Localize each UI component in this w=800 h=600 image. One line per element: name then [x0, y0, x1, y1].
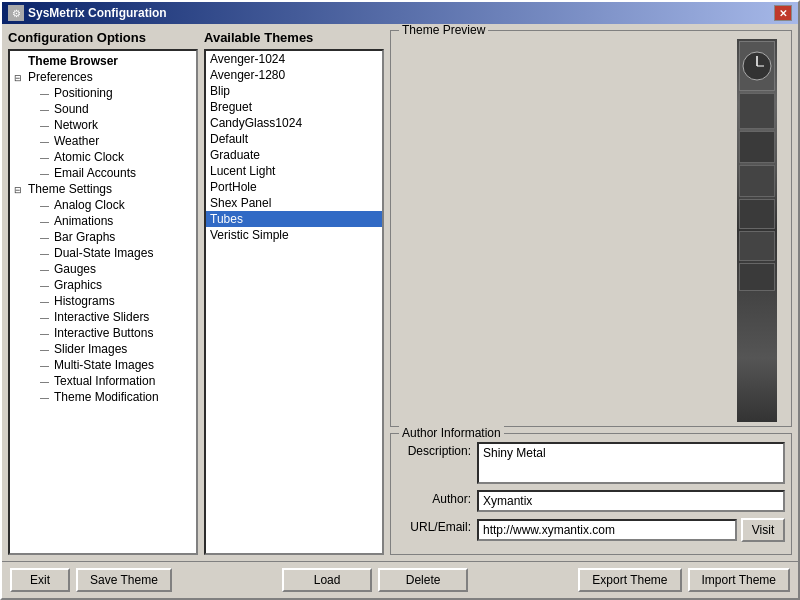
load-button[interactable]: Load — [282, 568, 372, 592]
preview-widget-clock — [739, 41, 775, 91]
description-input[interactable]: Shiny Metal — [477, 442, 785, 484]
right-panel: Theme Preview — [390, 30, 792, 555]
visit-button[interactable]: Visit — [741, 518, 785, 542]
tree-item[interactable]: —Dual-State Images — [12, 245, 194, 261]
author-row: Author: — [397, 490, 785, 512]
url-row: URL/Email: Visit — [397, 518, 785, 542]
theme-list-item[interactable]: Blip — [206, 83, 382, 99]
theme-list-item[interactable]: Avenger-1024 — [206, 51, 382, 67]
export-theme-button[interactable]: Export Theme — [578, 568, 681, 592]
author-group: Author Information Description: Shiny Me… — [390, 433, 792, 555]
preview-widget-3 — [739, 165, 775, 197]
title-bar: ⚙ SysMetrix Configuration ✕ — [2, 2, 798, 24]
delete-button[interactable]: Delete — [378, 568, 468, 592]
tree-item[interactable]: Theme Browser — [12, 53, 194, 69]
url-input[interactable] — [477, 519, 737, 541]
left-panel: Configuration Options Theme Browser⊟Pref… — [8, 30, 198, 555]
tree-item[interactable]: —Atomic Clock — [12, 149, 194, 165]
tree-item[interactable]: ⊟Theme Settings — [12, 181, 194, 197]
preview-widget-5 — [739, 231, 775, 261]
author-group-label: Author Information — [399, 426, 504, 440]
bottom-bar: Exit Save Theme Load Delete Export Theme… — [2, 561, 798, 598]
url-input-row: Visit — [477, 518, 785, 542]
title-bar-left: ⚙ SysMetrix Configuration — [8, 5, 167, 21]
theme-list-item[interactable]: Graduate — [206, 147, 382, 163]
preview-label: Theme Preview — [399, 24, 488, 37]
middle-panel: Available Themes Avenger-1024Avenger-128… — [204, 30, 384, 555]
import-theme-button[interactable]: Import Theme — [688, 568, 790, 592]
theme-list-item[interactable]: CandyGlass1024 — [206, 115, 382, 131]
author-label: Author: — [397, 490, 477, 506]
tree-item[interactable]: —Graphics — [12, 277, 194, 293]
bottom-left-buttons: Exit Save Theme — [10, 568, 172, 592]
tree-item[interactable]: —Network — [12, 117, 194, 133]
preview-widget-4 — [739, 199, 775, 229]
description-row: Description: Shiny Metal — [397, 442, 785, 484]
tree-item[interactable]: —Slider Images — [12, 341, 194, 357]
tree-item[interactable]: —Sound — [12, 101, 194, 117]
theme-list-item[interactable]: Avenger-1280 — [206, 67, 382, 83]
left-panel-header: Configuration Options — [8, 30, 198, 45]
tree-item[interactable]: —Bar Graphs — [12, 229, 194, 245]
bottom-middle-buttons: Load Delete — [282, 568, 468, 592]
themes-header: Available Themes — [204, 30, 384, 45]
clock-svg — [742, 51, 772, 81]
theme-preview-image — [737, 39, 777, 422]
tree-item[interactable]: —Email Accounts — [12, 165, 194, 181]
preview-widget-2 — [739, 131, 775, 163]
preview-content — [395, 35, 787, 422]
tree-item[interactable]: —Multi-State Images — [12, 357, 194, 373]
preview-widget-6 — [739, 263, 775, 291]
description-label: Description: — [397, 442, 477, 458]
theme-list-item[interactable]: Shex Panel — [206, 195, 382, 211]
tree-item[interactable]: —Positioning — [12, 85, 194, 101]
close-button[interactable]: ✕ — [774, 5, 792, 21]
exit-button[interactable]: Exit — [10, 568, 70, 592]
tree-item[interactable]: —Weather — [12, 133, 194, 149]
tree-item[interactable]: —Textual Information — [12, 373, 194, 389]
theme-list-item[interactable]: Default — [206, 131, 382, 147]
theme-list-item[interactable]: Veristic Simple — [206, 227, 382, 243]
theme-list-item[interactable]: Lucent Light — [206, 163, 382, 179]
main-content: Configuration Options Theme Browser⊟Pref… — [2, 24, 798, 561]
theme-list-item[interactable]: Tubes — [206, 211, 382, 227]
tree-item[interactable]: ⊟Preferences — [12, 69, 194, 85]
themes-list[interactable]: Avenger-1024Avenger-1280BlipBreguetCandy… — [204, 49, 384, 555]
bottom-right-buttons: Export Theme Import Theme — [578, 568, 790, 592]
window-title: SysMetrix Configuration — [28, 6, 167, 20]
tree-item[interactable]: —Interactive Sliders — [12, 309, 194, 325]
save-theme-button[interactable]: Save Theme — [76, 568, 172, 592]
tree-item[interactable]: —Histograms — [12, 293, 194, 309]
author-input[interactable] — [477, 490, 785, 512]
config-tree: Theme Browser⊟Preferences—Positioning—So… — [8, 49, 198, 555]
theme-list-item[interactable]: Breguet — [206, 99, 382, 115]
tree-item[interactable]: —Animations — [12, 213, 194, 229]
tree-item[interactable]: —Analog Clock — [12, 197, 194, 213]
tree-item[interactable]: —Theme Modification — [12, 389, 194, 405]
url-label: URL/Email: — [397, 518, 477, 534]
preview-group: Theme Preview — [390, 30, 792, 427]
app-icon: ⚙ — [8, 5, 24, 21]
theme-list-item[interactable]: PortHole — [206, 179, 382, 195]
preview-widget-1 — [739, 93, 775, 129]
tree-item[interactable]: —Interactive Buttons — [12, 325, 194, 341]
tree-item[interactable]: —Gauges — [12, 261, 194, 277]
main-window: ⚙ SysMetrix Configuration ✕ Configuratio… — [0, 0, 800, 600]
